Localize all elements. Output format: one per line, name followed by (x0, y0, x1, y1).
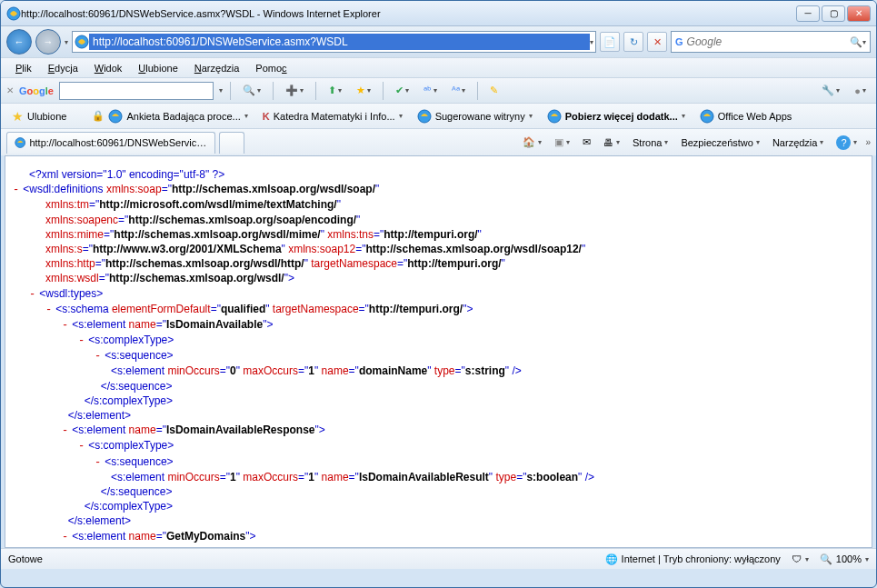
rss-icon: ▣ (554, 136, 563, 148)
ns-soap: http://schemas.xmlsoap.org/wsdl/soap/ (172, 183, 375, 195)
address-bar[interactable]: ▾ (72, 31, 596, 53)
compat-button[interactable]: 📄 (600, 32, 620, 52)
history-dropdown[interactable]: ▾ (65, 38, 68, 46)
google-share-button[interactable]: ⬆▾ (324, 81, 346, 101)
collapse-toggle[interactable]: - (13, 184, 19, 196)
collapse-toggle[interactable]: - (78, 334, 85, 347)
fav-link-1[interactable]: K Katedra Matematyki i Info... ▾ (257, 109, 408, 124)
navbar: ← → ▾ ▾ 📄 ↻ ✕ G 🔍 ▾ (1, 26, 876, 57)
statusbar: Gotowe 🌐 Internet | Tryb chroniony: wyłą… (1, 548, 876, 569)
google-check-button[interactable]: ✔▾ (391, 81, 414, 101)
menu-file[interactable]: Plik (8, 61, 39, 75)
collapse-toggle[interactable]: - (62, 319, 68, 332)
ie-icon (547, 109, 562, 124)
ns-mime: http://schemas.xmlsoap.org/wsdl/mime/ (114, 228, 320, 241)
status-ready: Gotowe (8, 553, 43, 564)
fav-link-label: Sugerowane witryny (435, 111, 525, 122)
efd: qualified (221, 303, 265, 315)
collapse-toggle[interactable]: - (95, 350, 101, 363)
menu-view[interactable]: Widok (87, 61, 130, 75)
close-button[interactable]: ✕ (847, 5, 871, 22)
mail-icon: ✉ (583, 136, 591, 148)
home-icon: 🏠 (523, 136, 535, 148)
max1b: 1 (308, 471, 314, 483)
collapse-toggle[interactable]: - (62, 531, 68, 543)
tools-menu[interactable]: Narzędzia▾ (768, 133, 829, 153)
search-input[interactable] (687, 35, 850, 48)
collapse-toggle[interactable]: - (62, 424, 68, 437)
refresh-button[interactable]: ↻ (623, 32, 643, 52)
min1: 1 (230, 471, 236, 483)
collapse-toggle[interactable]: - (45, 304, 52, 316)
tab-active[interactable]: http://localhost:60961/DNSWebService.asm… (6, 132, 215, 154)
menu-tools[interactable]: Narzędzia (187, 61, 247, 75)
help-button[interactable]: ?▾ (832, 133, 862, 153)
google-bookmark-button[interactable]: ★▾ (352, 81, 375, 101)
google-search-button[interactable]: 🔍▾ (238, 81, 265, 101)
feeds-button[interactable]: ▣▾ (550, 133, 574, 153)
sbool: s:boolean (526, 471, 578, 483)
ie-icon (108, 109, 123, 124)
page-menu[interactable]: Strona▾ (628, 133, 673, 153)
collapse-toggle[interactable]: - (78, 440, 85, 453)
fav-link-4[interactable]: Office Web Apps (694, 107, 798, 125)
zoom-control[interactable]: 🔍 100% ▾ (820, 553, 869, 565)
home-button[interactable]: 🏠▾ (518, 133, 546, 153)
fav-link-0[interactable]: 🔒 Ankieta Badająca proce... ▾ (86, 107, 253, 125)
stop-button[interactable]: ✕ (647, 32, 667, 52)
ns-soap12: http://schemas.xmlsoap.org/wsdl/soap12/ (366, 243, 582, 255)
ns-s: http://www.w3.org/2001/XMLSchema (93, 243, 282, 255)
page-content[interactable]: <?xml version="1.0" encoding="utf-8" ?> … (5, 155, 872, 548)
menu-help[interactable]: Pomoc (248, 61, 294, 75)
google-plus-button[interactable]: ➕▾ (281, 81, 308, 101)
back-button[interactable]: ← (6, 29, 32, 55)
google-autofill-button[interactable]: ✎ (485, 81, 503, 101)
search-dropdown[interactable]: ▾ (862, 38, 866, 46)
shield-icon: 🛡 (792, 553, 802, 564)
print-button[interactable]: 🖶▾ (599, 133, 624, 153)
menu-favorites[interactable]: Ulubione (131, 61, 184, 75)
ie-icon (700, 109, 714, 124)
zoom-value: 100% (836, 553, 862, 564)
zone-text: Internet | Tryb chroniony: wyłączony (622, 553, 781, 564)
collapse-toggle[interactable]: - (95, 456, 101, 469)
ie-icon (15, 135, 25, 150)
protected-mode[interactable]: 🛡▾ (792, 553, 809, 564)
ie-icon (6, 6, 21, 21)
search-icon[interactable]: 🔍 (850, 36, 862, 48)
elem2: IsDomainAvailableResponse (166, 424, 315, 436)
google-signin-button[interactable]: ●▾ (850, 81, 871, 101)
forward-button[interactable]: → (35, 29, 61, 55)
google-translate-button[interactable]: ᴬᵃ▾ (447, 81, 470, 101)
domain-name: domainName (359, 364, 427, 377)
elem1: IsDomainAvailable (166, 318, 263, 331)
fav-link-3[interactable]: Pobierz więcej dodatk... ▾ (542, 107, 691, 125)
cmd-overflow[interactable]: » (865, 137, 871, 147)
security-zone[interactable]: 🌐 Internet | Tryb chroniony: wyłączony (605, 553, 781, 565)
sstring: s:string (465, 364, 505, 377)
google-spellcheck-button[interactable]: ᵃᵇ▾ (419, 81, 442, 101)
google-settings-button[interactable]: 🔧▾ (817, 81, 844, 101)
tools-label: Narzędzia (772, 137, 818, 148)
address-dropdown[interactable]: ▾ (590, 38, 593, 46)
close-toolbar-button[interactable]: ✕ (6, 85, 14, 95)
k-icon: K (263, 111, 270, 122)
fav-link-2[interactable]: Sugerowane witryny ▾ (412, 107, 538, 125)
search-box[interactable]: G 🔍 ▾ (671, 31, 871, 53)
google-search-dropdown[interactable]: ▾ (219, 86, 223, 95)
google-search-input[interactable] (59, 82, 214, 100)
minimize-button[interactable]: ─ (796, 5, 820, 22)
new-tab-button[interactable] (219, 132, 244, 154)
ns-tm: http://microsoft.com/wsdl/mime/textMatch… (99, 198, 336, 211)
search-provider-icon: G (675, 36, 683, 47)
safety-menu[interactable]: Bezpieczeństwo▾ (676, 133, 764, 153)
help-icon: ? (836, 135, 851, 150)
maximize-button[interactable]: ▢ (822, 5, 845, 22)
favorites-button[interactable]: ★ Ulubione (6, 107, 72, 125)
menu-edit[interactable]: Edycja (41, 61, 85, 75)
collapse-toggle[interactable]: - (29, 288, 35, 301)
mail-button[interactable]: ✉ (578, 133, 595, 153)
fav-link-label: Office Web Apps (718, 111, 792, 122)
result: IsDomainAvailableResult (359, 471, 489, 483)
url-input[interactable] (89, 34, 590, 50)
